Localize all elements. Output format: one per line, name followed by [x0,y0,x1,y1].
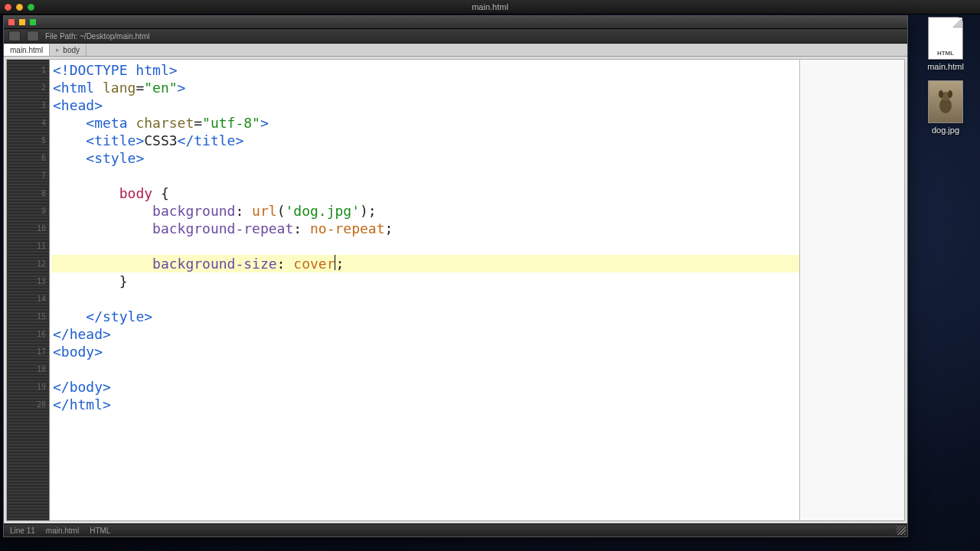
line-number[interactable]: 7 [7,167,49,184]
code-line[interactable]: background-repeat: no-repeat; [51,220,799,237]
desktop-file-dog-jpg[interactable]: dog.jpg [928,80,963,135]
editor-split: 1234567891011121314151617181920 <!DOCTYP… [6,59,905,521]
code-line[interactable]: background-size: cover; [51,255,800,272]
html-file-icon: HTML [928,17,963,60]
editor-window: File Path: ~/Desktop/main.html main.html… [3,15,908,537]
line-number[interactable]: 4 [7,114,49,132]
minimize-icon[interactable] [19,19,25,25]
os-menubar: main.html [0,0,980,15]
window-titlebar[interactable] [4,16,907,29]
desktop-icons: HTML main.html dog.jpg [919,17,972,135]
code-line[interactable] [51,360,799,378]
svg-point-3 [948,90,952,98]
code-line[interactable]: <style> [51,149,799,167]
code-line[interactable]: <head> [51,96,799,114]
line-number[interactable]: 13 [7,272,49,290]
tab-main-html[interactable]: main.html [4,44,50,56]
line-number[interactable]: 3 [7,96,49,114]
code-line[interactable]: body { [51,184,799,202]
side-pane [800,60,904,520]
code-line[interactable] [51,290,799,308]
tab-strip: main.html body [4,44,907,57]
status-filename: main.html [46,527,79,535]
line-number[interactable]: 9 [7,202,49,220]
line-number-gutter[interactable]: 1234567891011121314151617181920 [7,60,50,520]
file-label: dog.jpg [932,126,959,135]
code-line[interactable]: background: url('dog.jpg'); [51,202,799,220]
code-line[interactable]: </style> [51,308,799,325]
menubar-title: main.html [0,2,980,11]
line-number[interactable]: 11 [7,237,49,255]
nav-fwd-button[interactable] [27,31,39,41]
code-line[interactable]: <html lang="en"> [51,79,799,96]
file-path-label: File Path: ~/Desktop/main.html [45,32,149,41]
zoom-icon[interactable] [30,19,36,25]
code-line[interactable]: } [51,272,799,290]
line-number[interactable]: 1 [7,61,49,79]
code-line[interactable] [51,167,799,184]
close-icon[interactable] [8,19,15,25]
editor-toolbar: File Path: ~/Desktop/main.html [4,29,907,44]
line-number[interactable]: 8 [7,184,49,202]
code-editor[interactable]: <!DOCTYPE html><html lang="en"><head> <m… [50,60,799,520]
line-number[interactable]: 10 [7,220,49,237]
line-number[interactable]: 17 [7,343,49,360]
code-line[interactable]: <title>CSS3</title> [51,132,799,149]
line-number[interactable]: 16 [7,325,49,343]
desktop-file-main-html[interactable]: HTML main.html [927,17,964,71]
line-number[interactable]: 15 [7,308,49,325]
resize-grip-icon[interactable] [897,526,906,535]
code-pane[interactable]: 1234567891011121314151617181920 <!DOCTYP… [7,60,800,520]
nav-back-button[interactable] [8,31,21,41]
line-number[interactable]: 14 [7,290,49,308]
code-line[interactable]: <body> [51,343,799,360]
code-line[interactable]: </html> [51,396,799,413]
code-line[interactable]: <meta charset="utf-8"> [51,114,799,132]
code-line[interactable]: <!DOCTYPE html> [51,61,799,79]
status-filetype: HTML [90,527,110,535]
line-number[interactable]: 18 [7,360,49,378]
image-file-icon [928,80,963,123]
svg-point-2 [939,90,943,98]
line-number[interactable]: 5 [7,132,49,149]
code-line[interactable] [51,237,799,255]
breadcrumb-body[interactable]: body [50,44,87,56]
status-line: Line 11 [10,527,35,535]
line-number[interactable]: 19 [7,378,49,396]
line-number[interactable]: 12 [7,255,49,272]
line-number[interactable]: 20 [7,396,49,413]
status-bar: Line 11 main.html HTML [4,523,907,536]
line-number[interactable]: 6 [7,149,49,167]
file-label: main.html [927,62,964,71]
line-number[interactable]: 2 [7,79,49,96]
code-line[interactable]: </body> [51,378,799,396]
code-line[interactable]: </head> [51,325,799,343]
